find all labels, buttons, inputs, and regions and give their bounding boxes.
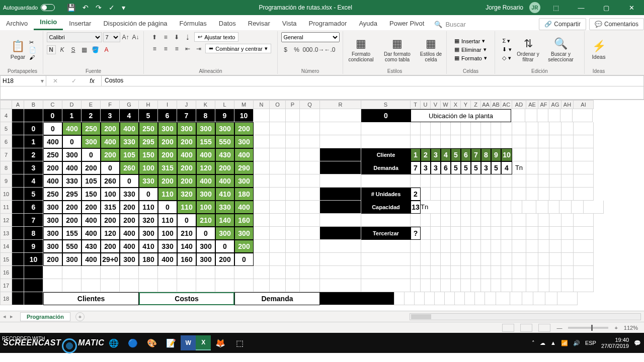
cell[interactable] [300, 214, 320, 227]
cell[interactable] [512, 188, 526, 201]
cell[interactable] [441, 135, 451, 148]
cell[interactable] [431, 188, 441, 201]
cell[interactable] [12, 214, 24, 227]
cell[interactable] [481, 122, 491, 135]
cell[interactable] [501, 253, 512, 266]
cell[interactable]: 6 [24, 201, 43, 214]
cell[interactable]: 6 [461, 148, 471, 161]
cell[interactable] [270, 122, 286, 135]
cell[interactable]: 200 [82, 161, 101, 174]
row-header[interactable]: 12 [0, 214, 12, 227]
cell[interactable] [455, 292, 465, 305]
cell[interactable] [510, 292, 522, 305]
cell[interactable]: 200 [62, 214, 82, 227]
merge-center-button[interactable]: ⬌Combinar y centrar▾ [205, 44, 271, 53]
taskbar-recorder-icon[interactable]: ⬚ [230, 334, 249, 352]
cell[interactable]: 200 [43, 161, 62, 174]
cell[interactable]: 10 [234, 109, 254, 122]
cell[interactable]: 300 [120, 253, 139, 266]
name-box[interactable]: H18▾ [0, 75, 46, 86]
cell[interactable]: 400 [234, 201, 254, 214]
column-header[interactable]: Q [300, 100, 320, 109]
cell[interactable] [254, 240, 270, 253]
cell[interactable] [254, 279, 270, 292]
cell[interactable] [574, 188, 594, 201]
cell[interactable] [461, 188, 471, 201]
cell[interactable] [538, 161, 549, 174]
spellcheck-icon[interactable]: ✓ [109, 4, 115, 12]
cell[interactable] [538, 227, 549, 240]
cell[interactable]: 300 [43, 227, 62, 240]
cell[interactable] [451, 240, 461, 253]
cell[interactable]: 150 [82, 188, 101, 201]
align-center-icon[interactable]: ≡ [161, 44, 170, 53]
cell[interactable]: 6 [158, 109, 177, 122]
cell[interactable] [286, 227, 300, 240]
cell[interactable] [545, 292, 557, 305]
cell[interactable] [411, 135, 421, 148]
cell[interactable] [431, 266, 441, 279]
column-header[interactable]: AI [574, 100, 594, 109]
increase-decimal-icon[interactable]: .0→ [314, 45, 324, 54]
cell[interactable] [234, 266, 254, 279]
tab-review[interactable]: Revisar [242, 17, 276, 30]
decrease-decimal-icon[interactable]: ←.0 [326, 45, 335, 54]
tab-home[interactable]: Inicio [34, 15, 63, 30]
cell[interactable] [526, 253, 538, 266]
cell[interactable]: 250 [43, 148, 62, 161]
cell[interactable] [411, 279, 421, 292]
cell[interactable] [361, 122, 411, 135]
cell[interactable] [491, 135, 501, 148]
cell[interactable] [511, 109, 525, 122]
cell[interactable] [496, 292, 510, 305]
cell[interactable] [12, 279, 24, 292]
spreadsheet-grid[interactable]: ABCDEFGHIJKLMNOPQRSTUVWXYZAAABACADAEAFAG… [0, 100, 644, 311]
cell[interactable]: 5 [471, 161, 481, 174]
cell[interactable] [471, 279, 481, 292]
cell[interactable]: 330 [158, 240, 177, 253]
format-painter-icon[interactable]: 🖌 [29, 54, 36, 60]
column-header[interactable]: G [120, 100, 139, 109]
cell[interactable] [43, 279, 62, 292]
cell[interactable]: 140 [177, 240, 196, 253]
cell[interactable] [461, 227, 471, 240]
font-color-button[interactable]: A [102, 45, 111, 54]
column-header[interactable]: X [451, 100, 461, 109]
cell[interactable] [361, 174, 411, 188]
cell[interactable]: 200 [158, 135, 177, 148]
tab-view[interactable]: Vista [276, 17, 303, 30]
cell[interactable]: 29✛0 [101, 253, 120, 266]
cell[interactable] [538, 148, 549, 161]
cell[interactable]: 400 [196, 148, 215, 161]
cell[interactable]: 300 [43, 214, 62, 227]
cell[interactable] [300, 161, 320, 174]
cell[interactable] [415, 292, 425, 305]
cell[interactable] [196, 279, 215, 292]
cell[interactable] [481, 253, 491, 266]
cell[interactable] [196, 266, 215, 279]
taskbar-firefox-icon[interactable]: 🦊 [211, 334, 230, 352]
cell[interactable]: 430 [82, 240, 101, 253]
cell[interactable] [82, 266, 101, 279]
tab-help[interactable]: Ayuda [353, 17, 383, 30]
cell[interactable] [549, 135, 561, 148]
cell[interactable]: ? [411, 227, 421, 240]
cell[interactable]: 4 [120, 109, 139, 122]
cell[interactable]: 400 [234, 148, 254, 161]
align-middle-icon[interactable]: ≡ [161, 33, 170, 42]
cell[interactable] [538, 174, 549, 188]
cell[interactable] [286, 174, 300, 188]
row-header[interactable]: 14 [0, 240, 12, 253]
user-avatar[interactable]: JR [529, 2, 540, 13]
orientation-icon[interactable]: ⭭ [183, 33, 192, 42]
cell[interactable] [441, 253, 451, 266]
cell[interactable] [501, 279, 512, 292]
cell[interactable] [451, 279, 461, 292]
cell[interactable]: Tn [421, 201, 441, 214]
border-button[interactable]: ▦ [80, 45, 89, 54]
cell[interactable] [361, 279, 411, 292]
cell[interactable] [405, 292, 415, 305]
horizontal-scrollbar[interactable] [410, 313, 641, 320]
cell[interactable] [481, 188, 491, 201]
cell[interactable]: 3 [101, 109, 120, 122]
